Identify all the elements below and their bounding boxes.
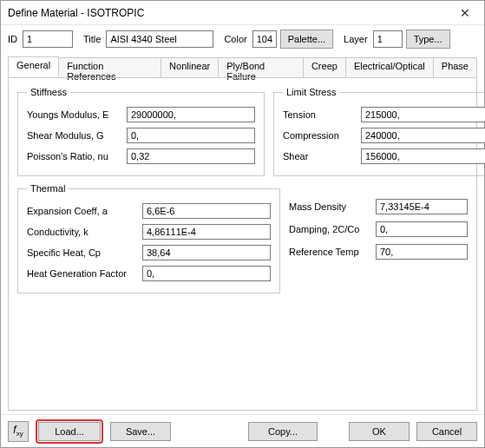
header-row: ID Title Color Palette... Layer Type... (1, 25, 484, 53)
tab-nonlinear[interactable]: Nonlinear (161, 57, 219, 78)
id-field[interactable] (23, 30, 73, 48)
shear-modulus-label: Shear Modulus, G (27, 130, 127, 141)
poisson-field[interactable] (127, 148, 255, 164)
copy-button[interactable]: Copy... (248, 422, 318, 441)
type-button[interactable]: Type... (406, 30, 450, 49)
footer-bar: fxy Load... Save... Copy... OK Cancel (1, 414, 484, 447)
limit-shear-field[interactable] (361, 148, 485, 164)
shear-modulus-field[interactable] (127, 128, 255, 143)
window-title: Define Material - ISOTROPIC (8, 7, 446, 19)
expansion-label: Expansion Coeff, a (27, 206, 142, 216)
youngs-label: Youngs Modulus, E (27, 109, 127, 120)
reference-temp-field[interactable] (376, 244, 468, 260)
close-button[interactable]: ✕ (446, 1, 484, 25)
specific-heat-field[interactable] (142, 245, 271, 260)
title-bar: Define Material - ISOTROPIC ✕ (1, 1, 484, 25)
compression-label: Compression (283, 130, 361, 141)
damping-field[interactable] (376, 221, 468, 237)
ok-button[interactable]: OK (349, 422, 410, 441)
mass-density-label: Mass Density (289, 201, 376, 212)
palette-button[interactable]: Palette... (280, 30, 333, 49)
poisson-label: Poisson's Ratio, nu (27, 151, 127, 161)
load-highlight: Load... (36, 419, 103, 444)
tab-content-general: Stiffness Youngs Modulus, E Shear Modulu… (8, 77, 477, 411)
save-button[interactable]: Save... (110, 422, 171, 441)
heat-gen-label: Heat Generation Factor (27, 268, 142, 279)
fxy-button[interactable]: fxy (8, 421, 29, 442)
mass-density-field[interactable] (376, 199, 468, 214)
layer-label: Layer (344, 34, 368, 44)
youngs-field[interactable] (127, 107, 255, 122)
specific-heat-label: Specific Heat, Cp (27, 247, 142, 258)
tab-function-references[interactable]: Function References (58, 57, 161, 78)
cancel-button[interactable]: Cancel (416, 422, 477, 441)
fieldset-thermal: Thermal Expansion Coeff, a Conductivity,… (17, 183, 280, 293)
legend-thermal: Thermal (27, 183, 69, 194)
damping-label: Damping, 2C/Co (289, 224, 376, 234)
dialog-window: Define Material - ISOTROPIC ✕ ID Title C… (0, 0, 485, 448)
load-button[interactable]: Load... (38, 422, 101, 441)
fieldset-stiffness: Stiffness Youngs Modulus, E Shear Modulu… (17, 87, 265, 176)
color-label: Color (224, 34, 246, 44)
color-field[interactable] (252, 30, 277, 48)
title-label: Title (83, 34, 101, 44)
limit-shear-label: Shear (283, 151, 361, 161)
layer-field[interactable] (373, 30, 403, 48)
fxy-icon: fxy (13, 424, 23, 438)
tab-phase[interactable]: Phase (433, 57, 477, 78)
tab-general[interactable]: General (8, 56, 59, 77)
tab-creep[interactable]: Creep (303, 57, 346, 78)
compression-field[interactable] (361, 128, 485, 143)
heat-gen-field[interactable] (142, 266, 271, 281)
tab-electrical-optical[interactable]: Electrical/Optical (345, 57, 434, 78)
misc-properties: Mass Density Damping, 2C/Co Reference Te… (289, 183, 468, 300)
tension-field[interactable] (361, 107, 485, 122)
tab-bar: General Function References Nonlinear Pl… (8, 56, 477, 77)
conductivity-label: Conductivity, k (27, 227, 142, 237)
legend-stiffness: Stiffness (27, 87, 70, 97)
legend-limit-stress: Limit Stress (283, 87, 339, 97)
reference-temp-label: Reference Temp (289, 247, 376, 257)
tab-plybond-failure[interactable]: Ply/Bond Failure (218, 57, 304, 78)
expansion-field[interactable] (142, 203, 271, 219)
close-icon: ✕ (460, 6, 470, 20)
fieldset-limit-stress: Limit Stress Tension Compression Shear (273, 87, 485, 176)
tension-label: Tension (283, 109, 361, 120)
id-label: ID (8, 34, 17, 44)
conductivity-field[interactable] (142, 224, 271, 240)
title-field[interactable] (106, 30, 213, 48)
